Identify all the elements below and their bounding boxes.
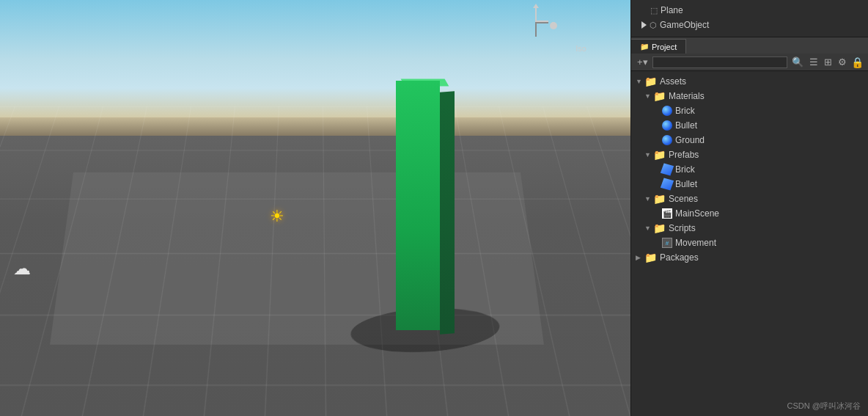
- tree-item-scripts[interactable]: 📁 Scripts: [631, 221, 868, 236]
- materials-arrow: [644, 92, 652, 100]
- brick-prefab-label: Brick: [675, 164, 695, 175]
- watermark: CSDN @呼叫冰河谷: [787, 401, 861, 412]
- brick-material-label: Brick: [675, 106, 695, 116]
- tree-item-ground-material[interactable]: Ground: [631, 133, 868, 147]
- gizmo-center: [550, 22, 557, 29]
- right-panel: ⬚ Plane ⬡ GameObject 📁 Project +▾ 🔍 ☰ ⊞: [630, 0, 868, 416]
- packages-arrow: [636, 254, 643, 261]
- tree-item-mainscene[interactable]: 🎬 MainScene: [631, 206, 868, 221]
- bullet-prefab-label: Bullet: [675, 179, 697, 189]
- search-input[interactable]: [652, 56, 787, 68]
- prefabs-label: Prefabs: [669, 150, 699, 160]
- tree-item-prefabs[interactable]: 📁 Prefabs: [631, 147, 868, 162]
- gameobject-arrow: [641, 21, 647, 29]
- tree-item-bullet-material[interactable]: Bullet: [631, 118, 868, 133]
- project-tab-label: Project: [652, 43, 677, 51]
- lock-icon[interactable]: 🔒: [851, 56, 864, 68]
- scripts-folder-icon: 📁: [653, 222, 666, 234]
- scene-gizmo[interactable]: [535, 7, 572, 44]
- scenes-folder-icon: 📁: [653, 193, 666, 205]
- assets-label: Assets: [660, 76, 686, 87]
- tab-project[interactable]: 📁 Project: [631, 39, 686, 54]
- tree-item-movement[interactable]: # Movement: [631, 236, 868, 250]
- gizmo-up-arm: [535, 7, 537, 21]
- sun-icon: ☀: [270, 207, 284, 226]
- project-toolbar: +▾ 🔍 ☰ ⊞ ⚙ 🔒: [631, 54, 868, 71]
- project-tree: 📁 Assets 📁 Materials Brick Bullet: [631, 71, 868, 416]
- gameobject-label: GameObject: [660, 20, 709, 30]
- tree-item-bullet-prefab[interactable]: Bullet: [631, 177, 868, 191]
- project-tab-icon: 📁: [640, 43, 649, 51]
- materials-folder-icon: 📁: [653, 90, 666, 102]
- project-panel: 📁 Project +▾ 🔍 ☰ ⊞ ⚙ 🔒 📁 Assets: [631, 37, 868, 416]
- tree-item-assets[interactable]: 📁 Assets: [631, 74, 868, 89]
- brick-front-face: [396, 81, 440, 330]
- tree-item-packages[interactable]: 📁 Packages: [631, 250, 868, 265]
- project-tab-bar: 📁 Project: [631, 37, 868, 54]
- cloud-icon: ☁: [13, 258, 31, 279]
- brick-3d-object[interactable]: [396, 81, 447, 330]
- assets-arrow: [636, 78, 643, 85]
- add-button[interactable]: +▾: [636, 56, 650, 69]
- plane-label: Plane: [661, 5, 683, 15]
- bullet-material-icon: [662, 120, 672, 131]
- scenes-arrow: [644, 195, 652, 202]
- ground-material-label: Ground: [675, 135, 705, 145]
- filter-button[interactable]: ☰: [808, 56, 820, 69]
- gizmo-left-arm: [535, 22, 548, 23]
- brick-material-icon: [662, 106, 672, 116]
- mainscene-label: MainScene: [675, 208, 719, 219]
- assets-folder-icon: 📁: [644, 76, 657, 87]
- hierarchy-item-gameobject[interactable]: ⬡ GameObject: [637, 18, 862, 32]
- tree-item-brick-prefab[interactable]: Brick: [631, 162, 868, 177]
- tree-item-scenes[interactable]: 📁 Scenes: [631, 191, 868, 206]
- prefabs-folder-icon: 📁: [653, 149, 666, 161]
- movement-script-icon: #: [662, 238, 672, 248]
- gameobject-icon: ⬡: [650, 21, 657, 30]
- iso-label: Iso: [575, 44, 586, 53]
- packages-folder-icon: 📁: [644, 252, 657, 263]
- settings-button[interactable]: ⚙: [836, 56, 848, 69]
- scenes-label: Scenes: [669, 194, 698, 204]
- mainscene-icon: 🎬: [662, 208, 672, 219]
- hierarchy-panel: ⬚ Plane ⬡ GameObject: [631, 0, 868, 37]
- hierarchy-item-plane[interactable]: ⬚ Plane: [637, 3, 862, 18]
- search-icon-button[interactable]: 🔍: [790, 56, 805, 69]
- movement-label: Movement: [675, 238, 716, 248]
- brick-right-face: [440, 91, 455, 335]
- grid-overlay: [0, 106, 630, 416]
- bullet-prefab-icon: [661, 178, 674, 191]
- packages-label: Packages: [660, 252, 699, 263]
- tree-item-materials[interactable]: 📁 Materials: [631, 89, 868, 103]
- scripts-arrow: [644, 225, 652, 232]
- plane-icon: ⬚: [650, 6, 658, 15]
- prefabs-arrow: [644, 151, 652, 158]
- bullet-material-label: Bullet: [675, 120, 697, 131]
- brick-prefab-icon: [661, 164, 674, 176]
- gizmo-down-arm: [535, 23, 537, 37]
- layout-button[interactable]: ⊞: [823, 56, 834, 69]
- ground-material-icon: [662, 135, 672, 145]
- materials-label: Materials: [669, 91, 705, 101]
- scripts-label: Scripts: [669, 223, 696, 233]
- tree-item-brick-material[interactable]: Brick: [631, 103, 868, 118]
- scene-viewport[interactable]: ☀ ☁ Iso: [0, 0, 630, 416]
